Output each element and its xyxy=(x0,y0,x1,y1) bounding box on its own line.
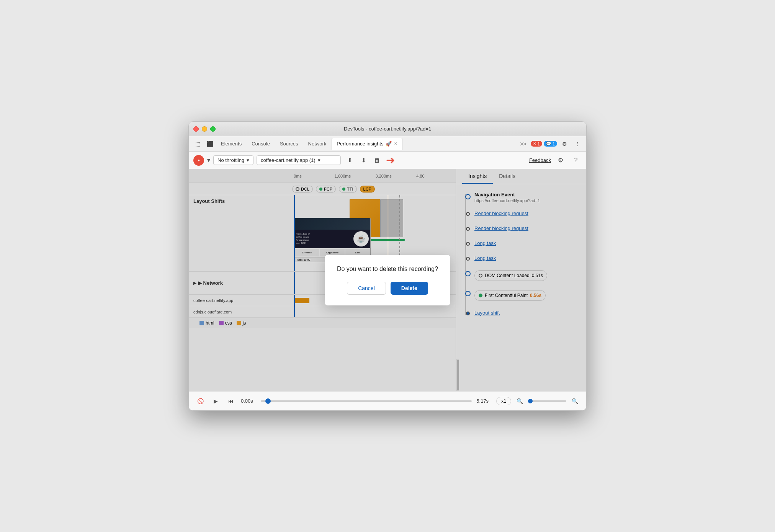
toolbar-actions: ⬆ ⬇ 🗑 xyxy=(344,155,383,166)
record-button[interactable]: ● xyxy=(193,155,204,166)
time-start: 0.00s xyxy=(241,398,256,404)
message-badge: 💬 1 xyxy=(544,141,557,147)
tab-network[interactable]: Network xyxy=(304,138,331,150)
rewind-button[interactable]: ⏮ xyxy=(226,396,236,406)
traffic-lights xyxy=(193,126,216,132)
slider-thumb xyxy=(265,398,271,404)
zoom-slider[interactable] xyxy=(528,400,566,402)
error-badge: ✕ 1 xyxy=(531,141,542,147)
arrow-indicator: ➜ xyxy=(386,154,395,166)
more-tabs-icon[interactable]: >> xyxy=(518,139,529,149)
zoom-slider-thumb xyxy=(528,399,533,403)
dialog-buttons: Cancel Delete xyxy=(337,282,438,295)
tab-more-area: >> ✕ 1 💬 1 ⚙ ⋮ xyxy=(518,139,583,149)
dialog-message: Do you want to delete this recording? xyxy=(337,266,438,273)
upload-icon[interactable]: ⬆ xyxy=(344,155,355,166)
feedback-link[interactable]: Feedback xyxy=(529,157,551,163)
zoom-level-pill[interactable]: x1 xyxy=(496,397,511,405)
window-title: DevTools - coffee-cart.netlify.app/?ad=1 xyxy=(344,126,431,132)
delete-button[interactable]: Delete xyxy=(391,282,428,295)
zoom-controls: x1 🔍 🔍 xyxy=(496,396,580,406)
timeline-progress-slider[interactable] xyxy=(261,400,472,402)
settings-icon[interactable]: ⚙ xyxy=(559,139,570,149)
time-end: 5.17s xyxy=(476,398,492,404)
tabbar: ⬚ ⬛ Elements Console Sources Network Per… xyxy=(189,136,586,152)
play-button[interactable]: ▶ xyxy=(210,396,221,406)
throttling-dropdown[interactable]: No throttling ▾ xyxy=(213,155,253,165)
tab-close-icon[interactable]: ✕ xyxy=(394,141,397,146)
close-button[interactable] xyxy=(193,126,199,132)
dialog-overlay: Do you want to delete this recording? Ca… xyxy=(189,169,586,391)
tab-elements[interactable]: Elements xyxy=(216,138,246,150)
inspect-icon[interactable]: ⬛ xyxy=(204,139,216,149)
chevron-down-icon: ▾ xyxy=(247,157,249,163)
chevron-down-icon: ▾ xyxy=(318,157,320,163)
cancel-button[interactable]: Cancel xyxy=(347,282,386,295)
maximize-button[interactable] xyxy=(210,126,216,132)
devtools-window: DevTools - coffee-cart.netlify.app/?ad=1… xyxy=(188,121,587,411)
toolbar-right: Feedback ⚙ ? xyxy=(529,155,582,166)
tab-sources[interactable]: Sources xyxy=(275,138,303,150)
settings-gear-icon[interactable]: ⚙ xyxy=(555,155,566,166)
download-icon[interactable]: ⬇ xyxy=(358,155,369,166)
zoom-out-button[interactable]: 🔍 xyxy=(514,396,525,406)
cursor-icon[interactable]: ⬚ xyxy=(192,139,203,149)
record-dropdown-icon[interactable]: ▾ xyxy=(207,157,210,164)
content-area: 0ms 1,600ms 3,200ms 4,80 DCL FCP xyxy=(189,169,586,391)
zoom-in-button[interactable]: 🔍 xyxy=(569,396,580,406)
screenshot-toggle-button[interactable]: 🚫 xyxy=(195,396,206,406)
titlebar: DevTools - coffee-cart.netlify.app/?ad=1 xyxy=(189,122,586,136)
url-dropdown[interactable]: coffee-cart.netlify.app (1) ▾ xyxy=(257,155,341,165)
minimize-button[interactable] xyxy=(202,126,207,132)
more-options-icon[interactable]: ⋮ xyxy=(572,139,583,149)
toolbar: ● ▾ No throttling ▾ coffee-cart.netlify.… xyxy=(189,152,586,169)
bottom-bar: 🚫 ▶ ⏮ 0.00s 5.17s x1 🔍 🔍 xyxy=(189,391,586,410)
delete-dialog: Do you want to delete this recording? Ca… xyxy=(325,255,450,305)
tab-performance-insights[interactable]: Performance insights 🚀 ✕ xyxy=(332,138,402,150)
tab-console[interactable]: Console xyxy=(247,138,275,150)
help-icon[interactable]: ? xyxy=(570,155,582,166)
delete-recording-button[interactable]: 🗑 xyxy=(371,155,383,166)
